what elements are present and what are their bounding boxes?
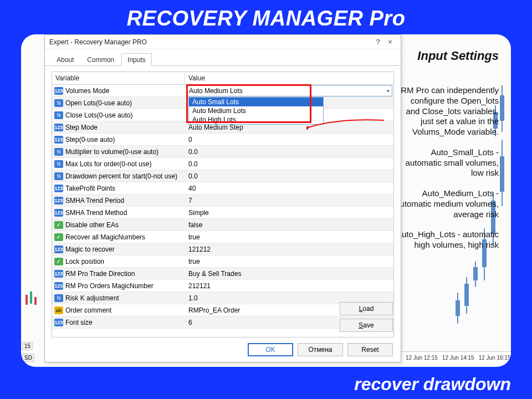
dropdown-option[interactable]: Auto Medium Lots bbox=[189, 106, 323, 115]
explainer-text: Auto_Medium_Lots - automatic medium volu… bbox=[395, 188, 499, 219]
reset-button[interactable]: Reset bbox=[347, 343, 393, 356]
variable-value[interactable]: 1.0 bbox=[185, 294, 393, 302]
variable-value[interactable]: 0.0 bbox=[185, 160, 393, 168]
dbl-type-icon: ½ bbox=[54, 111, 63, 119]
dbl-type-icon: ½ bbox=[54, 160, 63, 168]
variable-name: Drawdown percent for start(0-not use) bbox=[65, 172, 177, 180]
explainer-text: RM Pro can independently configure the O… bbox=[395, 85, 499, 137]
table-row[interactable]: 123Volumes ModeAuto Medium Lots▾ bbox=[52, 85, 393, 97]
hero-title: RECOVERY MANAGER Pro bbox=[0, 0, 532, 34]
chart-time-axis: 12 Jun 12:15 12 Jun 14:15 12 Jun 16:15 bbox=[401, 351, 511, 364]
explainer-heading: Input Settings bbox=[395, 49, 499, 63]
table-row[interactable]: 123SMHA Trend Period7 bbox=[52, 195, 393, 207]
dialog-title: Expert - Recovery Manager PRO bbox=[49, 38, 147, 46]
variable-value[interactable]: false bbox=[185, 221, 393, 229]
table-row[interactable]: 123Magic to recover121212 bbox=[52, 243, 393, 255]
str-type-icon: ab bbox=[54, 306, 63, 314]
explainer-text: Auto_Small_Lots - automatic small volume… bbox=[395, 147, 499, 178]
chevron-down-icon[interactable]: ▾ bbox=[387, 88, 390, 94]
variable-value[interactable]: 0 bbox=[185, 136, 393, 144]
num-type-icon: 123 bbox=[54, 209, 63, 217]
num-type-icon: 123 bbox=[54, 282, 63, 290]
variable-value[interactable]: 212121 bbox=[185, 282, 393, 290]
variable-name: Lock position bbox=[65, 258, 104, 265]
num-type-icon: 123 bbox=[54, 136, 63, 144]
bool-type-icon: ✓ bbox=[54, 221, 63, 229]
inputs-grid: Variable Value 123Volumes ModeAuto Mediu… bbox=[52, 71, 394, 337]
table-row[interactable]: ½Drawdown percent for start(0-not use)0.… bbox=[52, 170, 393, 182]
table-row[interactable]: 123RM Pro Orders MagicNumber212121 bbox=[52, 280, 393, 292]
variable-name: SMHA Trend Method bbox=[65, 209, 127, 217]
table-row[interactable]: ✓Lock positiontrue bbox=[52, 255, 393, 268]
hero-footer: recover drawdown bbox=[354, 374, 511, 395]
table-row[interactable]: ✓Recover all MagicNumberstrue bbox=[52, 231, 393, 243]
tab-about[interactable]: About bbox=[50, 53, 80, 65]
variable-value[interactable]: 121212 bbox=[185, 245, 393, 253]
variable-value[interactable]: 0.0 bbox=[185, 172, 393, 180]
volumes-mode-dropdown[interactable]: Auto Small Lots Auto Medium Lots Auto Hi… bbox=[188, 97, 324, 125]
variable-name: Max Lots for order(0-not use) bbox=[65, 160, 151, 168]
dropdown-option[interactable]: Auto Small Lots bbox=[189, 98, 323, 106]
tab-inputs[interactable]: Inputs bbox=[121, 53, 152, 66]
table-row[interactable]: 123SMHA Trend MethodSimple bbox=[52, 207, 393, 219]
variable-name: Disable other EAs bbox=[65, 221, 119, 229]
variable-name: Order comment bbox=[65, 306, 111, 314]
xaxis-tick: 12 Jun 14:15 bbox=[442, 355, 474, 361]
xaxis-tick: 12 Jun 12:15 bbox=[406, 355, 438, 361]
variable-value[interactable]: Buy & Sell Trades bbox=[185, 270, 393, 278]
variable-name: Recover all MagicNumbers bbox=[65, 233, 145, 241]
variable-name: Magic to recover bbox=[65, 245, 115, 253]
num-type-icon: 123 bbox=[54, 87, 63, 95]
dbl-type-icon: ½ bbox=[54, 148, 63, 156]
dbl-type-icon: ½ bbox=[54, 294, 63, 302]
cancel-button[interactable]: Отмена bbox=[298, 343, 343, 356]
column-header-value[interactable]: Value bbox=[185, 72, 393, 84]
variable-value[interactable]: 0.0 bbox=[185, 148, 393, 156]
num-type-icon: 123 bbox=[54, 197, 63, 204]
variable-name: Step(0-use auto) bbox=[65, 136, 115, 144]
explainer-panel: Input Settings RM Pro can independently … bbox=[395, 49, 499, 260]
variable-name: Open Lots(0-use auto) bbox=[65, 99, 132, 107]
ok-button[interactable]: OK bbox=[248, 343, 293, 356]
variable-name: Step Mode bbox=[65, 124, 98, 131]
variable-value[interactable]: Simple bbox=[185, 209, 393, 217]
variable-value[interactable]: true bbox=[185, 258, 393, 265]
variable-name: Risk K adjustment bbox=[65, 294, 119, 302]
dialog-titlebar[interactable]: Expert - Recovery Manager PRO ? × bbox=[45, 35, 401, 49]
table-row[interactable]: ½Multiplier to volume(0-use auto)0.0 bbox=[52, 146, 393, 158]
bool-type-icon: ✓ bbox=[54, 258, 63, 265]
close-button[interactable]: × bbox=[384, 38, 396, 46]
xaxis-tick: 12 Jun 16:15 bbox=[479, 355, 511, 361]
expert-dialog: Expert - Recovery Manager PRO ? × About … bbox=[44, 34, 401, 362]
variable-name: TakeProfit Points bbox=[65, 185, 115, 192]
num-type-icon: 123 bbox=[54, 270, 63, 278]
symbol-fragment: SD bbox=[22, 354, 34, 362]
dropdown-option[interactable]: Auto High Lots bbox=[189, 115, 323, 124]
variable-value[interactable]: Auto Medium Lots▾ bbox=[186, 85, 392, 96]
variable-name: Multiplier to volume(0-use auto) bbox=[65, 148, 158, 156]
variable-name: Font size bbox=[65, 319, 93, 326]
variable-name: Close Lots(0-use auto) bbox=[65, 111, 132, 119]
help-button[interactable]: ? bbox=[372, 38, 384, 46]
tab-common[interactable]: Common bbox=[81, 53, 120, 65]
dbl-type-icon: ½ bbox=[54, 172, 63, 180]
dialog-tabs: About Common Inputs bbox=[45, 49, 401, 66]
variable-name: RM Pro Trade Direction bbox=[65, 270, 135, 278]
column-header-variable[interactable]: Variable bbox=[52, 72, 185, 84]
table-row[interactable]: 123TakeProfit Points40 bbox=[52, 182, 393, 195]
load-button[interactable]: Load bbox=[340, 302, 393, 315]
dbl-type-icon: ½ bbox=[54, 99, 63, 107]
variable-name: RM Pro Orders MagicNumber bbox=[65, 282, 154, 290]
save-button[interactable]: Save bbox=[340, 319, 393, 332]
explainer-text: Auto_High_Lots - automatic high volumes,… bbox=[395, 229, 499, 250]
variable-value[interactable]: 40 bbox=[185, 185, 393, 192]
table-row[interactable]: 123Step(0-use auto)0 bbox=[52, 134, 393, 146]
content-card: 15 SD 12 Jun 12:15 12 Jun 14:15 12 Jun 1… bbox=[21, 34, 511, 367]
table-row[interactable]: ½Max Lots for order(0-not use)0.0 bbox=[52, 158, 393, 170]
table-row[interactable]: 123RM Pro Trade DirectionBuy & Sell Trad… bbox=[52, 268, 393, 280]
variable-value[interactable]: true bbox=[185, 233, 393, 241]
bool-type-icon: ✓ bbox=[54, 233, 63, 241]
table-row[interactable]: ✓Disable other EAsfalse bbox=[52, 219, 393, 231]
variable-value[interactable]: 7 bbox=[185, 197, 393, 204]
variable-name: Volumes Mode bbox=[65, 87, 109, 95]
